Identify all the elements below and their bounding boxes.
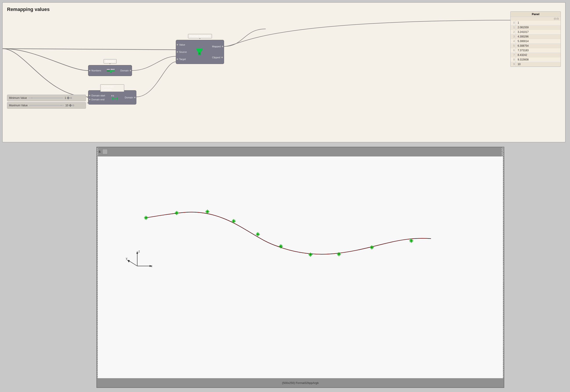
construct-domain-node[interactable]: Construct Domain Domain start Domain end… [88,90,136,105]
svg-marker-57 [136,251,138,254]
svg-marker-1 [197,50,202,52]
row-8-index: 8 [511,57,516,62]
construct-start-label: Domain start [91,94,105,97]
svg-rect-9 [110,72,112,72]
svg-marker-14 [112,98,113,99]
point-4 [256,232,260,236]
construct-domain-label: Domain [125,96,133,99]
min-slider-track[interactable] [28,98,63,98]
curve-path [146,212,431,254]
point-0 [144,216,148,220]
panel-row-2: 2 3.241017 [511,30,561,34]
funnel-icon [196,48,203,56]
row-3-value: 4.300296 [516,34,530,39]
row-2-value: 3.241017 [516,30,530,34]
panel-row-9: 9 10 [511,62,561,67]
point-2 [205,210,209,214]
axis-indicator: z y x [126,250,152,268]
construct-end-dot [89,98,91,100]
row-1-index: 1 [511,25,516,29]
construct-domain-dot [134,97,136,98]
construct-start-port: Domain start [89,94,106,97]
row-9-value: 10 [516,62,522,66]
construct-domain-port: Domain [124,96,136,99]
svg-text:MAX: MAX [111,68,115,70]
min-slider-diamond [66,97,70,99]
min-slider[interactable]: Minimum Value 1 [7,95,86,101]
viewport-panel: S [97,147,504,388]
svg-rect-8 [107,70,110,71]
panel-row-0: 0 1 [511,21,561,25]
construct-start-dot [89,95,91,97]
panel-subtitle: {0;0} [511,17,561,21]
construct-callout: Construct Domain [100,84,124,92]
numbers-domain-label: Domain [120,69,129,72]
remap-mapped-dot [222,46,223,47]
point-1 [175,211,179,215]
numbers-dot [89,70,91,71]
panel-rows: 0 1 1 2.081559 2 3.241017 3 4.300296 4 5… [511,21,561,67]
row-5-index: 5 [511,44,516,48]
svg-rect-0 [197,48,202,50]
max-slider-value: 10 [65,104,68,107]
panel-header: Panel [511,12,561,17]
remap-mapped-port: Mapped [211,45,223,48]
curve-path-dark [146,212,431,254]
viewport-area: z y x [98,156,503,378]
panel-row-1: 1 2.081559 [511,25,561,30]
construct-end-label: Domain end [91,98,104,101]
point-6 [308,253,313,257]
viewport-status-bar: (500x250) Format32bppArgb [97,378,504,387]
row-5-value: 6.308754 [516,44,530,48]
numbers-domain-dot [129,70,131,71]
max-slider-output-port [72,105,74,106]
remap-target-port: Target [176,58,188,60]
remap-value-dot [176,44,178,46]
remap-value-port: Value [176,43,188,46]
min-slider-output-port [70,97,72,99]
panel-row-5: 5 6.308754 [511,44,561,48]
wire-layer [3,3,565,142]
remap-inputs: Value Source Target [176,40,188,64]
remap-numbers-node[interactable]: Remap Numbers Value Source Target [176,40,224,64]
minmax-icon: min MAX [106,68,115,73]
numbers-domain-node[interactable]: Bounds Numbers min MAX Domain [88,65,132,76]
remap-target-label: Target [179,58,186,60]
numbers-domain-port: Domain [119,69,131,72]
row-3-index: 3 [511,34,516,39]
construct-body: 0 1 [107,93,123,102]
numbers-port: Numbers [89,69,102,72]
viewport-header: S [97,147,504,156]
svg-rect-3 [199,53,200,53]
svg-marker-15 [117,98,118,99]
panel-row-8: 8 9.315608 [511,57,561,62]
remap-target-dot [176,58,178,60]
viewport-header-square[interactable] [102,149,108,154]
remap-callout: Remap Numbers [188,34,212,38]
svg-text:min: min [107,68,110,70]
max-slider-diamond [69,104,72,107]
remap-source-port: Source [176,51,188,53]
min-slider-label: Minimum Value [9,97,27,99]
row-0-value: 1 [516,21,521,25]
max-slider[interactable]: Maximum Value 10 [7,102,86,109]
row-2-index: 2 [511,30,516,34]
row-4-index: 4 [511,39,516,43]
remap-clipped-dot [221,56,223,58]
construct-outputs: Domain [123,95,136,100]
svg-text:0 1: 0 1 [111,95,114,97]
data-panel: Panel {0;0} 0 1 1 2.081559 2 3.241017 3 … [510,11,561,67]
svg-text:y: y [126,257,127,260]
panel-row-7: 7 8.43242 [511,53,561,57]
max-slider-track[interactable] [29,105,64,106]
row-0-index: 0 [511,21,516,25]
row-4-value: 5.300014 [516,39,530,43]
panel-row-3: 3 4.300296 [511,34,561,39]
remap-value-label: Value [179,43,185,46]
point-9 [409,239,413,243]
row-8-value: 9.315608 [516,57,530,62]
svg-text:x: x [151,264,152,268]
remap-mapped-label: Mapped [212,45,221,48]
point-8 [370,245,374,249]
bounds-callout: Bounds [104,59,117,64]
